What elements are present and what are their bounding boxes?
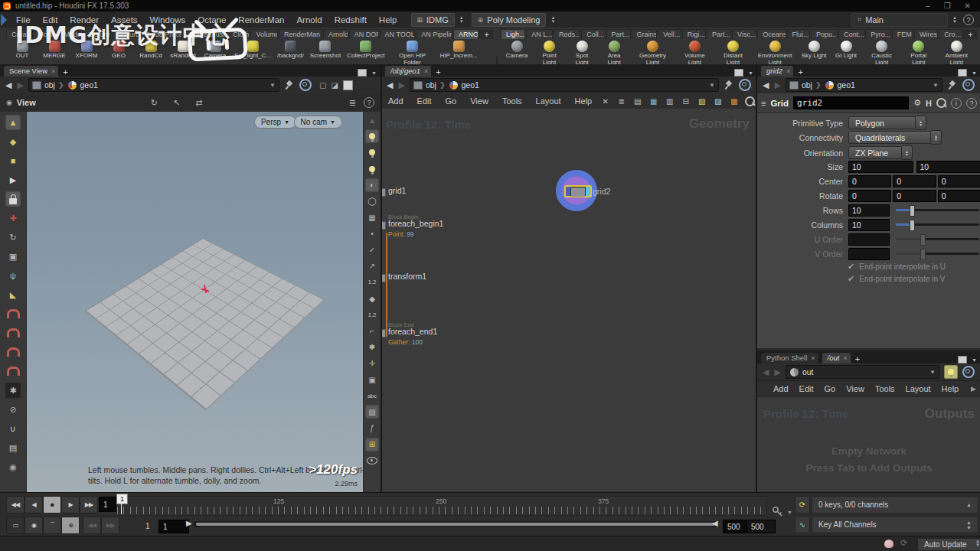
main-desktop-dropdown[interactable]: ⌗ Main [851, 13, 948, 27]
size-y-field[interactable]: 10 [916, 161, 980, 173]
rotate-x-field[interactable]: 0 [848, 190, 891, 202]
camera-select-button[interactable]: No cam▼ [294, 116, 342, 129]
close-tab-icon[interactable]: × [843, 354, 847, 362]
network-toolbar-icon[interactable]: ▥ [663, 95, 676, 107]
display-toggle-icon[interactable]: ◯ [365, 194, 379, 208]
shelf-tab[interactable]: Reds... [554, 29, 580, 39]
breadcrumb-root[interactable]: out [802, 367, 814, 377]
forward-button[interactable]: ▶ [17, 80, 23, 90]
viewport-tool-icon[interactable]: ✱ [5, 383, 21, 398]
radial-menu-icon[interactable] [299, 79, 312, 91]
help-icon[interactable]: ? [966, 98, 977, 109]
viewport-tool-icon[interactable]: ◉ [5, 459, 21, 474]
node-label-grid1[interactable]: grid1 [388, 186, 406, 195]
back-button[interactable]: ◀ [387, 80, 393, 90]
range-slider-start-handle[interactable]: ▶ [186, 519, 192, 527]
shelf-tool[interactable]: Caustic Light [862, 41, 901, 66]
rows-slider[interactable] [896, 209, 979, 211]
persp-view-button[interactable]: Persp▼ [254, 116, 296, 129]
shelf-tool[interactable]: HIP_Increm... [437, 41, 481, 60]
display-toggle-icon[interactable] [365, 145, 379, 159]
shelf-tab[interactable]: Oceans [757, 29, 786, 39]
close-tab-icon[interactable]: × [786, 67, 790, 75]
help-icon[interactable]: ? [963, 15, 974, 25]
close-tab-icon[interactable]: × [424, 67, 428, 75]
network-tab[interactable]: /obj/geo1 × [385, 66, 431, 77]
shelf-tab[interactable]: Cro... [939, 29, 962, 39]
poly-spinner[interactable]: ▲▼ [550, 16, 555, 24]
keyframe-options-button[interactable]: ▭ [6, 517, 24, 534]
shelf-tab[interactable]: AN L... [526, 29, 553, 39]
display-toggle-icon[interactable]: ▣ [365, 373, 379, 386]
display-toggle-icon[interactable]: ▦ [365, 210, 379, 224]
display-toggle-icon[interactable]: ƒ [365, 422, 379, 435]
shelf-tool[interactable]: Portal Light [901, 41, 936, 66]
shelf-tab[interactable]: Part... [707, 29, 731, 39]
columns-field[interactable]: 10 [848, 219, 890, 231]
viewport-tool-icon[interactable]: ▣ [5, 249, 21, 264]
breadcrumb-root[interactable]: obj [802, 80, 812, 90]
viewport-tool-icon[interactable] [5, 364, 21, 379]
radial-menu-icon[interactable] [962, 79, 975, 91]
pane-maximize-icon[interactable] [358, 69, 367, 77]
menu-item[interactable]: Help [568, 96, 599, 106]
breadcrumb-dropdown-icon[interactable]: ▼ [929, 369, 936, 376]
center-z-field[interactable]: 0 [938, 175, 980, 187]
next-key-button[interactable]: ▶▶ [101, 517, 119, 534]
shelf-tool[interactable]: CollectProject [344, 41, 387, 60]
houdini-help-icon[interactable]: H [926, 99, 932, 108]
shelf-tab[interactable]: RenderMan 22 [279, 29, 322, 39]
display-toggle-icon[interactable]: ✛ [365, 357, 379, 370]
grid-node-icon[interactable]: ≡ [761, 99, 766, 108]
key-icon[interactable] [772, 506, 784, 518]
viewport-tool-icon[interactable]: ✚ [5, 210, 21, 226]
breadcrumb-dropdown-icon[interactable]: ▼ [270, 82, 276, 89]
shelf-tab[interactable]: Pyro... [865, 29, 890, 39]
display-toggle-icon[interactable]: ▲ [365, 113, 379, 127]
shelf-tool[interactable]: Area Light [598, 41, 630, 66]
shelf-tool[interactable]: Distant Light [714, 41, 752, 66]
menu-item[interactable]: Edit [410, 96, 439, 106]
pane-maximize-icon[interactable] [958, 356, 967, 364]
radial-menu-icon[interactable] [962, 366, 975, 378]
node-grid2[interactable] [564, 185, 592, 197]
viewport-tool-icon[interactable]: ψ [5, 268, 21, 283]
key-dropdown-icon[interactable]: ▼ [787, 510, 792, 515]
viewport-tool-icon[interactable]: ↻ [5, 230, 21, 245]
shelf-tab[interactable]: Part... [606, 29, 631, 39]
shelf-tool[interactable]: Point Light [533, 41, 566, 66]
poly-modeling-dropdown[interactable]: ⊕ Poly Modeling [472, 13, 547, 27]
view-cube-icon[interactable]: ▢ [319, 81, 326, 90]
display-toggle-icon[interactable] [365, 162, 379, 176]
menu-item[interactable]: Redshift [328, 15, 373, 24]
network-canvas[interactable]: Profile 12: Time Geometry grid1 Block Be… [381, 109, 757, 492]
key-mode-dropdown[interactable]: Key All Channels ▲▼ [812, 516, 978, 533]
jump-end-button[interactable]: ▶▶ [80, 496, 98, 514]
playhead-flag[interactable]: 1 [116, 494, 128, 504]
range-slider-bar[interactable] [196, 523, 715, 526]
keys-info-dropdown[interactable]: 0 keys, 0/0 channels ▲ [812, 496, 978, 514]
select-camera-icon[interactable]: ↖ [173, 98, 180, 108]
back-button[interactable]: ◀ [763, 367, 769, 377]
range-start-field[interactable]: 1 [158, 520, 189, 533]
pane-maximize-icon[interactable] [734, 69, 743, 77]
endpoint-v-checkbox[interactable]: ✔ End-point interpolate in V [848, 274, 946, 284]
display-toggle-icon[interactable]: ↗ [365, 259, 379, 273]
menu-item[interactable]: View [841, 384, 870, 393]
tumble-tool-icon[interactable]: ↻ [151, 98, 158, 108]
menu-item[interactable]: Help [936, 384, 965, 393]
orientation-select[interactable]: ZX Plane [848, 146, 902, 159]
display-toggle-icon[interactable]: ▨ [365, 405, 379, 419]
channel-scope-icon[interactable]: ∿ [795, 516, 810, 533]
shelf-tab[interactable]: Arnold [323, 29, 348, 39]
shelf-tab[interactable]: + [963, 30, 977, 39]
shelf-tool[interactable]: Sky Light [798, 41, 830, 60]
columns-slider[interactable] [896, 223, 979, 226]
new-tab-button[interactable]: + [436, 67, 440, 77]
viewport-tool-icon[interactable]: ⊘ [5, 402, 21, 417]
rotate-y-field[interactable]: 0 [893, 190, 936, 202]
performance-button[interactable]: ⌒ [43, 517, 61, 534]
shelf-tool[interactable]: Open HIP Folder [388, 41, 437, 66]
pane-menu-chevron[interactable]: ▼ [371, 70, 377, 76]
shelf-tab[interactable]: Wires [914, 29, 938, 39]
